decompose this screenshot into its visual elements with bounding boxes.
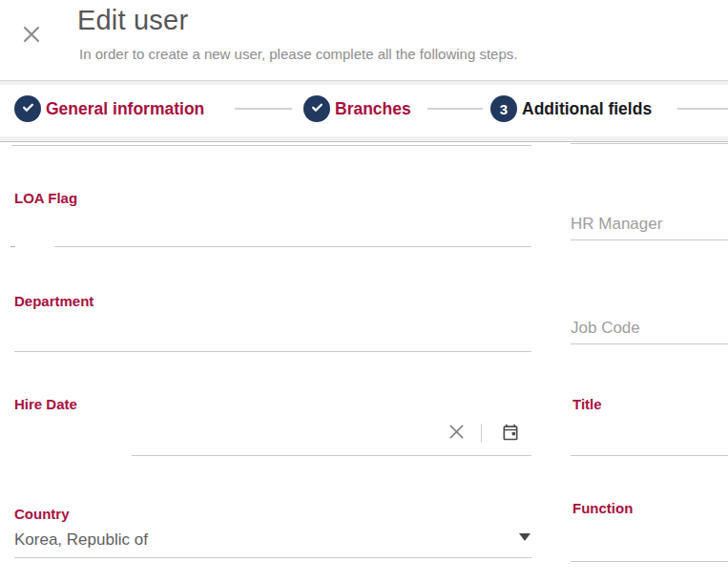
stepper-divider <box>0 141 728 142</box>
loa-flag-input[interactable] <box>54 221 531 247</box>
close-icon <box>21 24 42 48</box>
department-input[interactable] <box>14 326 531 352</box>
job-code-input[interactable] <box>571 319 728 344</box>
step-2-indicator[interactable] <box>303 95 330 122</box>
chevron-down-icon[interactable] <box>519 533 530 541</box>
page-subtitle: In order to create a new user, please co… <box>79 46 517 62</box>
title-input[interactable] <box>571 430 728 456</box>
calendar-icon <box>501 423 520 445</box>
hire-date-label: Hire Date <box>14 396 77 412</box>
hire-date-calendar-button[interactable] <box>500 423 521 444</box>
loa-flag-prefix-dash <box>10 246 15 247</box>
clear-x-icon <box>447 422 467 445</box>
hire-date-input[interactable] <box>132 430 531 456</box>
loa-flag-label: LOA Flag <box>14 190 77 206</box>
hire-date-clear-button[interactable] <box>446 423 467 444</box>
step-1-label[interactable]: General information <box>46 99 204 119</box>
department-label: Department <box>14 293 94 309</box>
step-3-number: 3 <box>500 101 508 117</box>
edit-user-dialog: Edit user In order to create a new user,… <box>0 0 728 582</box>
title-label: Title <box>572 396 602 412</box>
hr-manager-input[interactable] <box>571 215 728 240</box>
truncated-field-underline-right <box>571 143 728 144</box>
step-3-indicator[interactable]: 3 <box>490 95 517 122</box>
step-connector <box>677 108 728 110</box>
country-select-value[interactable]: Korea, Republic of <box>14 530 148 550</box>
function-label: Function <box>572 500 633 516</box>
check-icon <box>310 100 324 118</box>
country-select-underline <box>14 557 531 558</box>
function-input[interactable] <box>571 536 728 562</box>
step-connector <box>235 108 292 110</box>
hire-date-icon-divider <box>481 424 482 443</box>
check-icon <box>21 100 35 118</box>
step-2-label[interactable]: Branches <box>335 99 411 119</box>
page-title: Edit user <box>77 5 188 36</box>
step-3-label: Additional fields <box>522 99 652 119</box>
step-connector <box>427 108 483 110</box>
header-shadow <box>0 81 728 85</box>
close-button[interactable] <box>17 21 46 50</box>
step-1-indicator[interactable] <box>14 95 41 122</box>
country-label: Country <box>14 506 70 522</box>
truncated-field-underline-left <box>11 145 531 146</box>
